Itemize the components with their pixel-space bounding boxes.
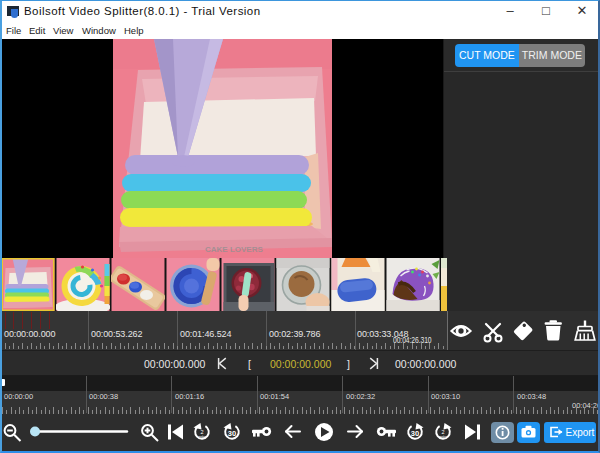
svg-text:Export: Export <box>566 427 595 438</box>
svg-text:30: 30 <box>228 429 236 438</box>
svg-text:30: 30 <box>411 429 419 438</box>
svg-text:min: min <box>198 435 206 440</box>
svg-text:min: min <box>439 435 447 440</box>
svg-text:CAKE LOVERS: CAKE LOVERS <box>205 245 263 254</box>
